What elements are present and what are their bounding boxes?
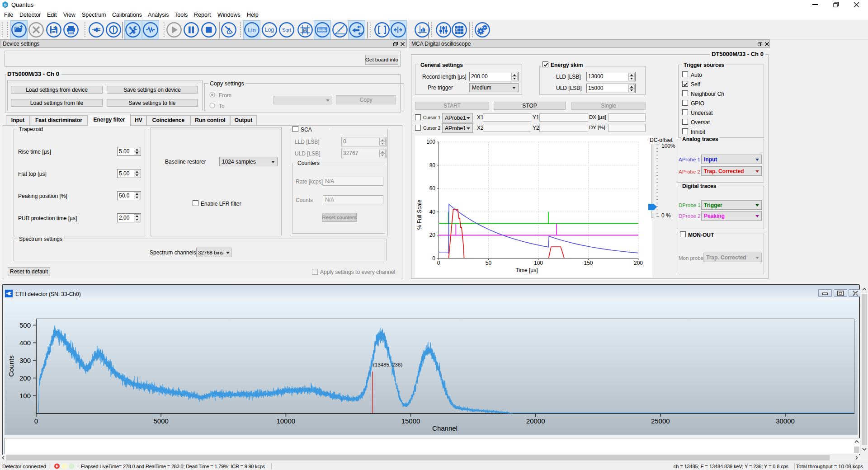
svg-text:400: 400 — [19, 339, 31, 347]
svg-text:10000: 10000 — [276, 417, 295, 425]
svg-text:25000: 25000 — [651, 417, 670, 425]
svg-text:Lin: Lin — [248, 27, 255, 33]
svg-text:Channel: Channel — [432, 424, 458, 432]
svg-text:100: 100 — [19, 392, 31, 400]
svg-text:(13485, 236): (13485, 236) — [373, 362, 402, 367]
svg-text:A: A — [304, 28, 307, 33]
svg-text:500: 500 — [19, 321, 31, 329]
svg-text:Counts: Counts — [7, 355, 15, 377]
svg-text:15000: 15000 — [401, 417, 420, 425]
svg-text:300: 300 — [19, 357, 31, 364]
svg-text:5000: 5000 — [154, 417, 169, 425]
svg-text:20000: 20000 — [526, 417, 545, 425]
svg-text:0: 0 — [34, 417, 38, 425]
svg-text:Log: Log — [265, 27, 274, 33]
svg-text:S: S — [4, 2, 6, 7]
svg-text:30000: 30000 — [776, 417, 795, 425]
svg-text:Sqrt: Sqrt — [282, 27, 291, 33]
svg-text:200: 200 — [19, 374, 31, 382]
